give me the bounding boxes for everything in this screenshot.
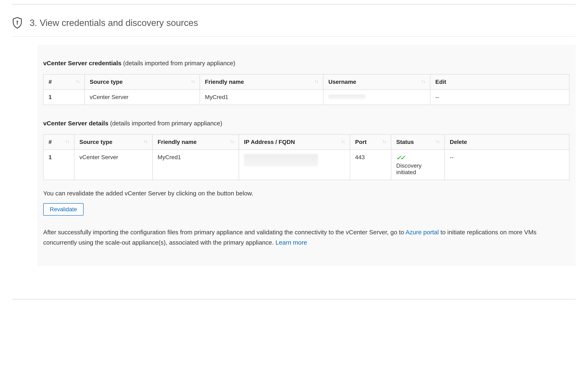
revalidate-button[interactable]: Revalidate [43, 203, 83, 216]
details-heading: vCenter Server details (details imported… [43, 120, 570, 127]
cell-num: 1 [43, 150, 74, 180]
col-num[interactable]: #↑↓ [43, 74, 84, 90]
sort-icon: ↑↓ [76, 79, 79, 84]
col-delete: Delete [444, 134, 569, 150]
credentials-heading-bold: vCenter Server credentials [43, 60, 121, 67]
col-ip-fqdn-label: IP Address / FQDN [244, 139, 295, 145]
col-status-label: Status [396, 139, 414, 145]
sort-icon: ↑↓ [436, 139, 440, 144]
col-source-type[interactable]: Source type↑↓ [84, 74, 200, 90]
sort-icon: ↑↓ [191, 79, 195, 84]
credentials-heading-rest: (details imported from primary appliance… [121, 60, 235, 67]
cell-edit: -- [430, 90, 569, 105]
sort-icon: ↑↓ [341, 139, 345, 144]
sort-icon: ↑↓ [382, 139, 386, 144]
col-port-label: Port [355, 139, 367, 145]
credentials-heading: vCenter Server credentials (details impo… [43, 60, 570, 67]
redacted-icon [244, 154, 318, 166]
double-check-icon: ✓✓ [396, 154, 404, 161]
col-username-label: Username [328, 79, 356, 85]
redacted-icon [328, 95, 366, 99]
table-header-row: #↑↓ Source type↑↓ Friendly name↑↓ Userna… [43, 74, 569, 90]
col-port[interactable]: Port↑↓ [350, 134, 391, 150]
col-username[interactable]: Username↑↓ [323, 74, 430, 90]
col-friendly-name-label: Friendly name [205, 79, 244, 85]
cell-status: ✓✓ Discovery initiated [391, 150, 444, 180]
col-ip-fqdn[interactable]: IP Address / FQDN↑↓ [239, 134, 350, 150]
cell-friendly-name: MyCred1 [200, 90, 323, 105]
cell-friendly-name: MyCred1 [152, 150, 239, 180]
footer-note-pre: After successfully importing the configu… [43, 229, 406, 236]
col-friendly-name[interactable]: Friendly name↑↓ [200, 74, 323, 90]
cell-username [323, 90, 430, 105]
col-num[interactable]: #↑↓ [43, 134, 74, 150]
col-status[interactable]: Status↑↓ [391, 134, 444, 150]
col-num-label: # [49, 139, 52, 145]
table-row: 1 vCenter Server MyCred1 -- [43, 90, 569, 105]
credentials-table: #↑↓ Source type↑↓ Friendly name↑↓ Userna… [43, 74, 570, 105]
col-source-type[interactable]: Source type↑↓ [74, 134, 152, 150]
learn-more-link[interactable]: Learn more [276, 239, 307, 246]
col-num-label: # [49, 79, 52, 85]
sort-icon: ↑↓ [230, 139, 234, 144]
cell-source-type: vCenter Server [84, 90, 200, 105]
revalidate-help: You can revalidate the added vCenter Ser… [43, 189, 570, 198]
shield-icon [12, 17, 22, 29]
cell-port: 443 [350, 150, 391, 180]
details-heading-bold: vCenter Server details [43, 120, 108, 127]
col-friendly-name[interactable]: Friendly name↑↓ [152, 134, 239, 150]
section-header: 3. View credentials and discovery source… [12, 4, 576, 37]
col-source-type-label: Source type [79, 139, 112, 145]
cell-num: 1 [43, 90, 84, 105]
col-edit-label: Edit [435, 79, 446, 85]
status-text: Discovery initiated [396, 162, 440, 176]
sort-icon: ↑↓ [66, 139, 69, 144]
azure-portal-link[interactable]: Azure portal [406, 229, 439, 236]
section-title: 3. View credentials and discovery source… [30, 18, 198, 28]
col-source-type-label: Source type [90, 79, 123, 85]
sort-icon: ↑↓ [144, 139, 147, 144]
footer-note: After successfully importing the configu… [43, 227, 570, 247]
col-edit: Edit [430, 74, 569, 90]
table-header-row: #↑↓ Source type↑↓ Friendly name↑↓ IP Add… [43, 134, 569, 150]
cell-delete: -- [444, 150, 569, 180]
col-friendly-name-label: Friendly name [158, 139, 197, 145]
table-row: 1 vCenter Server MyCred1 443 ✓✓ Discover… [43, 150, 569, 180]
details-heading-rest: (details imported from primary appliance… [108, 120, 222, 127]
sort-icon: ↑↓ [314, 79, 318, 84]
divider-bottom [12, 299, 576, 299]
cell-ip-fqdn [239, 150, 350, 180]
credentials-panel: vCenter Server credentials (details impo… [37, 45, 576, 266]
details-table: #↑↓ Source type↑↓ Friendly name↑↓ IP Add… [43, 134, 570, 180]
svg-point-0 [17, 21, 18, 22]
sort-icon: ↑↓ [421, 79, 425, 84]
col-delete-label: Delete [450, 139, 467, 145]
cell-source-type: vCenter Server [74, 150, 152, 180]
